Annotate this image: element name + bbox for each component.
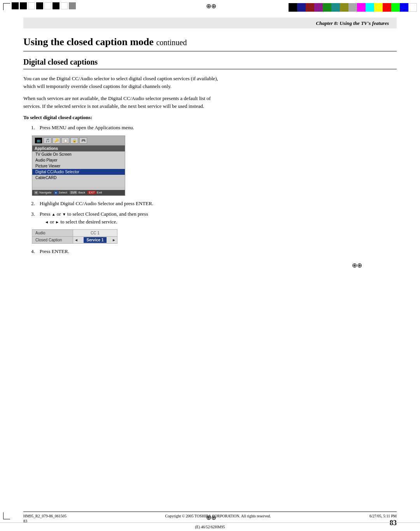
body-paragraph-1: You can use the Digital CC/Audio selecto… [23, 75, 226, 90]
menu-icon-lock: 🔒 [70, 137, 78, 144]
footer-left: HM95_R2_079-86_061505 83 [23, 514, 66, 523]
step-4: 4. Press ENTER. [31, 248, 397, 255]
step-4-text: Press ENTER. [40, 248, 69, 255]
page-title: Using the closed caption mode continued [23, 36, 397, 51]
menu-icon-bar: 📺 🎵 🔑 📋 🔒 🎮 [32, 136, 125, 146]
corner-mark-tl [3, 3, 10, 10]
color-bar-black [289, 3, 297, 12]
footer-model-code: HM95_R2_079-86_061505 [23, 514, 66, 518]
menu-bottom-bar: ⊕ Navigate ● Select SVR Back EXIT Exit [32, 190, 125, 195]
color-bar-darkmagenta [314, 3, 323, 12]
cc-audio-label: Audio [32, 230, 73, 237]
step3-or1: or [57, 211, 62, 217]
step-4-num: 4. [31, 248, 37, 255]
triangle-down-icon [62, 211, 66, 217]
select-btn: ● [54, 191, 58, 194]
step-1-num: 1. [31, 124, 37, 132]
cc-row-caption: Closed Caption ◄ Service 1 ► [32, 237, 117, 244]
color-bar-darkcyan [331, 3, 340, 12]
cc-left-arrow[interactable]: ◄ [73, 238, 79, 242]
color-bar-gray [348, 3, 357, 12]
reg-sq-4 [36, 2, 43, 9]
numbered-steps: 1. Press MENU and open the Applications … [31, 124, 397, 132]
registration-squares [12, 2, 76, 9]
page-content: Chapter 8: Using the TV's features Using… [23, 18, 397, 512]
footer-copyright: Copyright © 2005 TOSHIBA CORPORATION. Al… [165, 514, 271, 518]
bottom-model-strip: (E) 46/52/62HM95 [0, 522, 420, 531]
cc-caption-label: Closed Caption [32, 237, 73, 244]
chapter-header-text: Chapter 8: Using the TV's features [316, 20, 389, 26]
step-2: 2. Highlight Digital CC/Audio Selector a… [31, 200, 397, 207]
color-bar-darkblue [297, 3, 306, 12]
cc-audio-value: CC 1 [73, 230, 117, 237]
step-1-text: Press MENU and open the Applications men… [40, 124, 134, 132]
color-bar-yellow [374, 3, 383, 12]
cc-row-audio: Audio CC 1 [32, 230, 117, 237]
reg-sq-6 [52, 2, 60, 9]
color-bars [289, 3, 417, 12]
triangle-up-icon [52, 211, 56, 217]
menu-icon-apps: 📺 [35, 137, 42, 144]
color-bar-blue [400, 3, 408, 12]
reg-sq-8 [69, 2, 76, 9]
menu-icon-audio: 🎵 [44, 137, 51, 144]
reg-sq-5 [44, 2, 51, 9]
cc-caption-selector: ◄ Service 1 ► [73, 237, 117, 244]
color-bar-green [391, 3, 400, 12]
menu-item-audio: Audio Player [32, 157, 125, 163]
page-title-text: Using the closed caption mode [23, 36, 154, 47]
reg-sq-3 [28, 2, 35, 9]
bottom-model-text: (E) 46/52/62HM95 [195, 525, 225, 529]
step-3: 3. Press or to select Closed Caption, an… [31, 210, 397, 225]
numbered-steps-3: 4. Press ENTER. [31, 248, 397, 255]
reg-sq-1 [12, 2, 19, 9]
reg-sq-7 [61, 2, 68, 9]
color-bar-white [408, 3, 417, 12]
page-title-continued: continued [156, 38, 187, 47]
triangle-left-icon [45, 219, 49, 225]
color-bar-darkyellow [340, 3, 348, 12]
cc-selected-value: Service 1 [84, 237, 107, 243]
color-bar-darkgreen [323, 3, 331, 12]
exit-btn: EXIT [88, 191, 96, 194]
corner-mark-bl [3, 512, 10, 519]
step-2-text: Highlight Digital CC/Audio Selector and … [40, 200, 153, 207]
crosshair-top: ⊕ [206, 2, 214, 10]
navigate-btn: ⊕ [34, 191, 38, 195]
cc-selector-table: Audio CC 1 Closed Caption ◄ Service 1 ► [32, 229, 117, 244]
triangle-right-icon [55, 219, 59, 225]
reg-sq-2 [20, 2, 27, 9]
color-bar-cyan [366, 3, 374, 12]
body-paragraph-2: When such services are not available, th… [23, 95, 226, 110]
sub-heading-select: To select digital closed captions: [23, 114, 397, 121]
menu-back-hint: SVR Back [70, 191, 85, 195]
menu-item-tvguide: TV Guide On Screen [32, 151, 125, 157]
numbered-steps-2: 2. Highlight Digital CC/Audio Selector a… [31, 200, 397, 226]
back-btn: SVR [70, 191, 77, 194]
menu-icon-key: 🔑 [52, 137, 60, 144]
step-3-num: 3. [31, 210, 37, 225]
menu-item-cablecard: CableCARD [32, 175, 125, 181]
menu-icon-list: 📋 [61, 137, 69, 144]
menu-select-hint: ● Select [54, 191, 67, 195]
section-heading: Digital closed captions [23, 58, 397, 69]
chapter-header: Chapter 8: Using the TV's features [23, 18, 397, 28]
footer-date: 6/27/05, 5:11 PM [369, 514, 397, 518]
color-bar-darkred [306, 3, 314, 12]
color-bar-magenta [357, 3, 366, 12]
step-1: 1. Press MENU and open the Applications … [31, 124, 397, 132]
menu-icon-game: 🎮 [79, 137, 87, 144]
menu-item-digitalcc: Digital CC/Audio Selector [32, 169, 125, 175]
menu-navigate-hint: ⊕ Navigate [34, 191, 52, 195]
menu-title: Applications [32, 146, 125, 151]
step-3-text: Press or to select Closed Caption, and t… [40, 210, 148, 225]
step-2-num: 2. [31, 200, 37, 207]
menu-screenshot: 📺 🎵 🔑 📋 🔒 🎮 Applications TV Guide On Scr… [32, 135, 125, 196]
color-bar-red [383, 3, 391, 12]
step3-or2: or [50, 219, 55, 225]
menu-exit-hint: EXIT Exit [88, 191, 102, 195]
menu-item-picture: Picture Viewer [32, 163, 125, 169]
cc-right-arrow[interactable]: ► [111, 238, 117, 242]
